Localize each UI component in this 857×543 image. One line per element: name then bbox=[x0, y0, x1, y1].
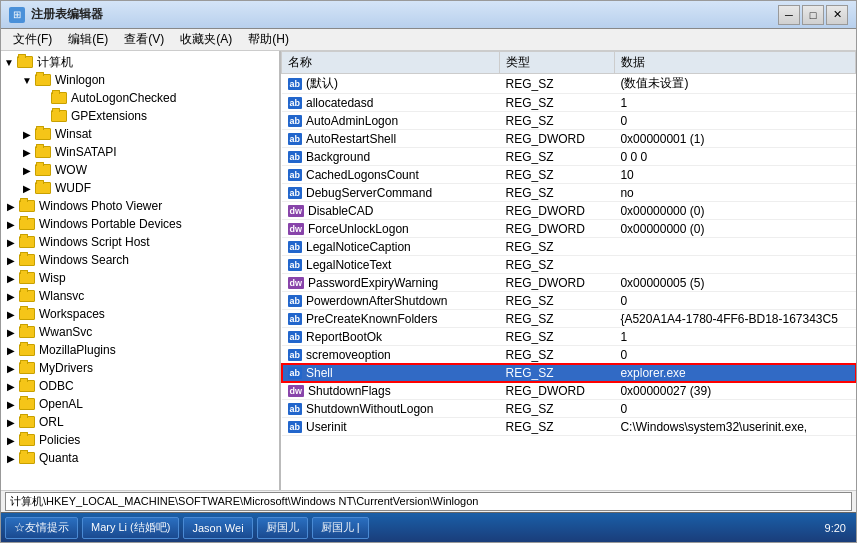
folder-icon bbox=[19, 416, 35, 428]
minimize-button[interactable]: ─ bbox=[778, 5, 800, 25]
taskbar-btn-3[interactable]: 厨国儿 bbox=[257, 517, 308, 539]
tree-item-winsat[interactable]: ▶Winsat bbox=[1, 125, 279, 143]
tree-label: Policies bbox=[39, 433, 80, 447]
tree-item-wwansvc[interactable]: ▶WwanSvc bbox=[1, 323, 279, 341]
expand-icon: ▶ bbox=[5, 254, 17, 266]
table-row[interactable]: ab Background REG_SZ 0 0 0 bbox=[282, 148, 856, 166]
cell-type: REG_SZ bbox=[500, 256, 615, 274]
cell-name: ab scremoveoption bbox=[282, 346, 500, 364]
taskbar-clock: 9:20 bbox=[819, 520, 852, 536]
folder-icon bbox=[19, 326, 35, 338]
table-row[interactable]: ab (默认) REG_SZ (数值未设置) bbox=[282, 74, 856, 94]
table-row[interactable]: ab LegalNoticeText REG_SZ bbox=[282, 256, 856, 274]
taskbar-btn-4[interactable]: 厨国儿 | bbox=[312, 517, 369, 539]
table-row[interactable]: ab allocatedasd REG_SZ 1 bbox=[282, 94, 856, 112]
tree-item-orl[interactable]: ▶ORL bbox=[1, 413, 279, 431]
tree-item-mozplugins[interactable]: ▶MozillaPlugins bbox=[1, 341, 279, 359]
taskbar-start[interactable]: ☆友情提示 bbox=[5, 517, 78, 539]
tree-item-mydrivers[interactable]: ▶MyDrivers bbox=[1, 359, 279, 377]
cell-data: 0x00000001 (1) bbox=[614, 130, 855, 148]
cell-data: 10 bbox=[614, 166, 855, 184]
tree-root[interactable]: ▼计算机 bbox=[1, 53, 279, 71]
tree-item-winlogon[interactable]: ▼Winlogon bbox=[1, 71, 279, 89]
cell-type: REG_SZ bbox=[500, 400, 615, 418]
expand-icon: ▶ bbox=[21, 182, 33, 194]
expand-icon bbox=[37, 110, 49, 122]
expand-icon: ▶ bbox=[5, 218, 17, 230]
menu-favorites[interactable]: 收藏夹(A) bbox=[172, 29, 240, 50]
cell-type: REG_DWORD bbox=[500, 130, 615, 148]
tree-item-wisp[interactable]: ▶Wisp bbox=[1, 269, 279, 287]
folder-icon bbox=[19, 254, 35, 266]
cell-type: REG_DWORD bbox=[500, 274, 615, 292]
menu-edit[interactable]: 编辑(E) bbox=[60, 29, 116, 50]
menu-view[interactable]: 查看(V) bbox=[116, 29, 172, 50]
tree-item-workspaces[interactable]: ▶Workspaces bbox=[1, 305, 279, 323]
status-bar: 计算机\HKEY_LOCAL_MACHINE\SOFTWARE\Microsof… bbox=[1, 490, 856, 512]
tree-expand-icon: ▼ bbox=[3, 56, 15, 68]
menu-file[interactable]: 文件(F) bbox=[5, 29, 60, 50]
close-button[interactable]: ✕ bbox=[826, 5, 848, 25]
table-row[interactable]: ab scremoveoption REG_SZ 0 bbox=[282, 346, 856, 364]
cell-name: ab AutoRestartShell bbox=[282, 130, 500, 148]
tree-item-openal[interactable]: ▶OpenAL bbox=[1, 395, 279, 413]
cell-data: 0x00000000 (0) bbox=[614, 202, 855, 220]
window-title: 注册表编辑器 bbox=[31, 6, 103, 23]
tree-label: Winsat bbox=[55, 127, 92, 141]
table-row[interactable]: ab LegalNoticeCaption REG_SZ bbox=[282, 238, 856, 256]
registry-table-body: ab (默认) REG_SZ (数值未设置) ab allocatedasd R… bbox=[282, 74, 856, 436]
maximize-button[interactable]: □ bbox=[802, 5, 824, 25]
tree-item-autologon[interactable]: AutoLogonChecked bbox=[1, 89, 279, 107]
cell-data: 0 0 0 bbox=[614, 148, 855, 166]
taskbar-btn-1[interactable]: Mary Li (结婚吧) bbox=[82, 517, 179, 539]
table-row[interactable]: dw ShutdownFlags REG_DWORD 0x00000027 (3… bbox=[282, 382, 856, 400]
tree-item-winsatapi[interactable]: ▶WinSATAPI bbox=[1, 143, 279, 161]
cell-data bbox=[614, 238, 855, 256]
table-row[interactable]: dw PasswordExpiryWarning REG_DWORD 0x000… bbox=[282, 274, 856, 292]
table-row[interactable]: dw ForceUnlockLogon REG_DWORD 0x00000000… bbox=[282, 220, 856, 238]
tree-item-wsearch[interactable]: ▶Windows Search bbox=[1, 251, 279, 269]
folder-icon bbox=[17, 56, 33, 68]
folder-icon bbox=[51, 110, 67, 122]
registry-pane: 名称 类型 数据 ab (默认) REG_SZ (数值未设置) ab bbox=[281, 51, 856, 490]
table-row[interactable]: ab DebugServerCommand REG_SZ no bbox=[282, 184, 856, 202]
table-row[interactable]: ab Shell REG_SZ explorer.exe bbox=[282, 364, 856, 382]
table-row[interactable]: ab ReportBootOk REG_SZ 1 bbox=[282, 328, 856, 346]
tree-item-odbc[interactable]: ▶ODBC bbox=[1, 377, 279, 395]
table-row[interactable]: dw DisableCAD REG_DWORD 0x00000000 (0) bbox=[282, 202, 856, 220]
tree-item-quanta[interactable]: ▶Quanta bbox=[1, 449, 279, 467]
tree-item-wlansvc[interactable]: ▶Wlansvc bbox=[1, 287, 279, 305]
cell-name: dw ForceUnlockLogon bbox=[282, 220, 500, 238]
menu-help[interactable]: 帮助(H) bbox=[240, 29, 297, 50]
tree-item-gpext[interactable]: GPExtensions bbox=[1, 107, 279, 125]
table-row[interactable]: ab PreCreateKnownFolders REG_SZ {A520A1A… bbox=[282, 310, 856, 328]
tree-item-wudf[interactable]: ▶WUDF bbox=[1, 179, 279, 197]
tree-view[interactable]: ▼计算机▼WinlogonAutoLogonCheckedGPExtension… bbox=[1, 51, 279, 490]
cell-name: ab LegalNoticeText bbox=[282, 256, 500, 274]
table-row[interactable]: ab PowerdownAfterShutdown REG_SZ 0 bbox=[282, 292, 856, 310]
expand-icon: ▶ bbox=[5, 452, 17, 464]
tree-item-wsh[interactable]: ▶Windows Script Host bbox=[1, 233, 279, 251]
tree-item-wow[interactable]: ▶WOW bbox=[1, 161, 279, 179]
tree-label: GPExtensions bbox=[71, 109, 147, 123]
table-row[interactable]: ab AutoRestartShell REG_DWORD 0x00000001… bbox=[282, 130, 856, 148]
tree-item-policies[interactable]: ▶Policies bbox=[1, 431, 279, 449]
cell-data: C:\Windows\system32\userinit.exe, bbox=[614, 418, 855, 436]
tree-item-portdev[interactable]: ▶Windows Portable Devices bbox=[1, 215, 279, 233]
taskbar-btn-2[interactable]: Jason Wei bbox=[183, 517, 252, 539]
cell-data: 0 bbox=[614, 112, 855, 130]
table-row[interactable]: ab AutoAdminLogon REG_SZ 0 bbox=[282, 112, 856, 130]
cell-data: explorer.exe bbox=[614, 364, 855, 382]
cell-name: ab (默认) bbox=[282, 74, 500, 94]
tree-label: Windows Photo Viewer bbox=[39, 199, 162, 213]
tree-item-photov[interactable]: ▶Windows Photo Viewer bbox=[1, 197, 279, 215]
tree-label: Windows Portable Devices bbox=[39, 217, 182, 231]
table-row[interactable]: ab Userinit REG_SZ C:\Windows\system32\u… bbox=[282, 418, 856, 436]
table-row[interactable]: ab ShutdownWithoutLogon REG_SZ 0 bbox=[282, 400, 856, 418]
registry-table-wrapper: 名称 类型 数据 ab (默认) REG_SZ (数值未设置) ab bbox=[281, 51, 856, 490]
table-row[interactable]: ab CachedLogonsCount REG_SZ 10 bbox=[282, 166, 856, 184]
registry-editor-window: ⊞ 注册表编辑器 ─ □ ✕ 文件(F) 编辑(E) 查看(V) 收藏夹(A) … bbox=[0, 0, 857, 543]
folder-icon bbox=[51, 92, 67, 104]
folder-icon bbox=[19, 380, 35, 392]
expand-icon: ▶ bbox=[5, 362, 17, 374]
